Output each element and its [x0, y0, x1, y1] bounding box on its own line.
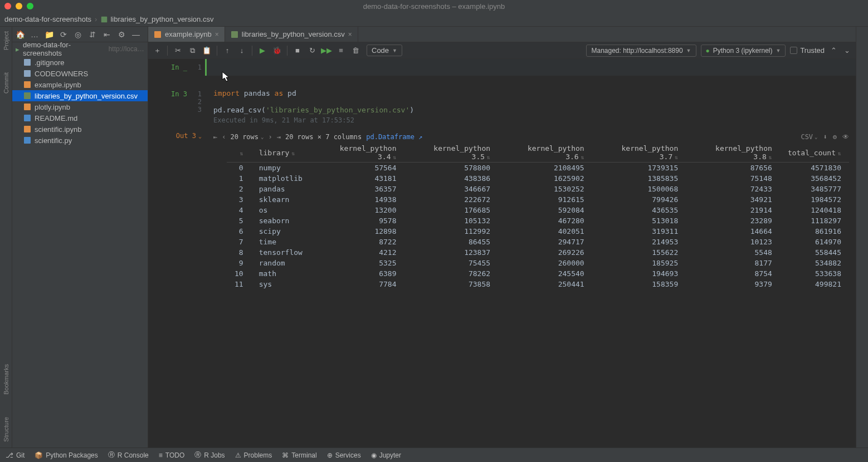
terminal-tool[interactable]: ⌘Terminal [282, 451, 316, 459]
file-tree-item[interactable]: scientific.py [12, 135, 148, 146]
table-row[interactable]: 7time87228645529471721495310123614970 [227, 237, 849, 247]
services-tool[interactable]: ⊕Services [327, 451, 361, 459]
run-icon[interactable]: ▶ [258, 46, 267, 55]
move-down-icon[interactable]: ↓ [237, 46, 246, 55]
cut-icon[interactable]: ✂ [173, 46, 182, 55]
rows-dropdown[interactable]: 20 rows ⌄ [230, 133, 264, 141]
git-tool[interactable]: ⎇Git [6, 451, 25, 459]
trusted-checkbox[interactable]: Trusted [790, 46, 825, 55]
table-row[interactable]: 9random5325754552600001859258177534882 [227, 258, 849, 268]
file-tree-item[interactable]: CODEOWNERS [12, 68, 148, 79]
code-cell-empty[interactable] [205, 59, 856, 76]
close-tab-icon[interactable]: × [215, 31, 219, 38]
move-up-icon[interactable]: ↑ [223, 46, 232, 55]
column-header[interactable]: kernel_python 3.8⇅ [686, 143, 780, 163]
minimize-icon[interactable]: — [131, 30, 140, 39]
project-tool[interactable]: Project [3, 31, 9, 50]
file-tree-item[interactable]: plotly.ipynb [12, 101, 148, 112]
expand-icon[interactable]: ⇵ [88, 30, 97, 39]
table-row[interactable]: 0numpy5756457880021084951739315876564571… [227, 163, 849, 174]
ellipsis-icon[interactable]: … [30, 30, 39, 39]
r-jobs-tool[interactable]: ⓇR Jobs [194, 450, 225, 460]
last-page-icon[interactable]: ⇥ [277, 133, 281, 141]
window-minimize[interactable] [16, 3, 22, 9]
breadcrumb-root[interactable]: demo-data-for-screenshots [4, 15, 91, 23]
todo-tool[interactable]: ≡TODO [159, 451, 184, 459]
column-header[interactable]: kernel_python 3.6⇅ [498, 143, 592, 163]
settings-icon[interactable]: ⚙ [833, 133, 837, 141]
editor-tab[interactable]: libraries_by_python_version.csv× [225, 27, 358, 42]
variables-icon[interactable]: ≡ [337, 46, 345, 55]
file-tree-item[interactable]: .gitignore [12, 57, 148, 68]
notebook-icon [154, 31, 162, 38]
column-header[interactable]: ⇅ [227, 143, 251, 163]
expand-up-icon[interactable]: ⌃ [829, 46, 838, 55]
branch-icon: ⎇ [6, 451, 13, 459]
kernel-dropdown[interactable]: ● Python 3 (ipykernel) ▼ [701, 45, 786, 57]
next-page-icon[interactable]: › [268, 133, 272, 141]
r-console-tool[interactable]: ⓇR Console [108, 450, 149, 460]
clear-icon[interactable]: 🗑 [351, 46, 360, 55]
expand-down-icon[interactable]: ⌄ [842, 46, 851, 55]
new-folder-icon[interactable]: 📁 [45, 30, 53, 39]
prev-page-icon[interactable]: ‹ [222, 133, 226, 141]
commit-tool[interactable]: Commit [3, 72, 9, 94]
cell-type-dropdown[interactable]: Code ▼ [367, 45, 402, 56]
table-row[interactable]: 3sklearn14938222672912615799426349211984… [227, 194, 849, 205]
table-row[interactable]: 2pandas363573466671530252150006872433348… [227, 184, 849, 194]
table-cell: tensorflow [251, 247, 310, 258]
table-row[interactable]: 11sys7784738582504411583599379499821 [227, 279, 849, 289]
paste-icon[interactable]: 📋 [202, 46, 211, 55]
window-close[interactable] [4, 3, 11, 9]
file-tree-item[interactable]: scientific.ipynb [12, 124, 148, 135]
table-row[interactable]: 1matplotlib43181438386162590213858357514… [227, 173, 849, 184]
table-row[interactable]: 4os13200176685592084436535219141240418 [227, 205, 849, 215]
column-header[interactable]: kernel_python 3.4⇅ [310, 143, 404, 163]
home-icon[interactable]: 🏠 [16, 30, 25, 39]
bookmarks-tool[interactable]: Bookmarks [3, 364, 9, 395]
column-header[interactable]: total_count⇅ [780, 143, 849, 163]
file-tree-item[interactable]: example.ipynb [12, 79, 148, 90]
python-packages-tool[interactable]: 📦Python Packages [35, 451, 97, 459]
close-tab-icon[interactable]: × [348, 31, 352, 38]
file-tree-item[interactable]: README.md [12, 112, 148, 124]
cell-out-label[interactable]: Out 3 ⌄ [176, 132, 202, 140]
gear-icon[interactable]: ⚙ [117, 30, 126, 39]
file-tree-item[interactable]: libraries_by_python_version.csv [12, 90, 148, 101]
restart-icon[interactable]: ↻ [308, 46, 316, 55]
table-row[interactable]: 6scipy1289811299240205131931114664861916 [227, 226, 849, 237]
download-icon[interactable]: ⬇ [823, 133, 827, 141]
file-name-label: README.md [35, 114, 77, 122]
r-icon: Ⓡ [194, 450, 201, 460]
table-cell: 499821 [780, 279, 849, 289]
server-dropdown[interactable]: Managed: http://localhost:8890 ▼ [586, 45, 696, 57]
add-cell-icon[interactable]: ＋ [153, 46, 162, 55]
editor-tab[interactable]: example.ipynb× [148, 27, 225, 42]
debug-icon[interactable]: 🐞 [272, 46, 281, 55]
services-icon: ⊕ [327, 451, 333, 459]
table-cell: 72433 [686, 184, 780, 194]
copy-icon[interactable]: ⧉ [188, 46, 197, 55]
code-cell[interactable]: import pandas as pd pd.read_csv('librari… [205, 86, 856, 127]
view-icon[interactable]: 👁 [842, 133, 849, 141]
table-row[interactable]: 8tensorflow42121238372692261556225548558… [227, 247, 849, 258]
table-row[interactable]: 5seaborn95781051324672805130182328911182… [227, 215, 849, 226]
csv-export-dropdown[interactable]: CSV⌄ [801, 133, 817, 141]
target-icon[interactable]: ◎ [74, 30, 82, 39]
first-page-icon[interactable]: ⇤ [213, 133, 217, 141]
sidebar-root[interactable]: demo-data-for-screenshots [23, 41, 105, 57]
table-row[interactable]: 10math6389782622455401946938754533638 [227, 268, 849, 279]
dataframe-link[interactable]: pd.Dataframe ↗ [366, 133, 422, 141]
window-maximize[interactable] [27, 3, 33, 9]
breadcrumb-file[interactable]: libraries_by_python_version.csv [100, 15, 213, 23]
run-all-icon[interactable]: ▶▶ [322, 46, 331, 55]
problems-tool[interactable]: ⚠Problems [235, 451, 272, 459]
column-header[interactable]: library⇅ [251, 143, 310, 163]
column-header[interactable]: kernel_python 3.5⇅ [404, 143, 499, 163]
structure-tool[interactable]: Structure [3, 417, 9, 442]
column-header[interactable]: kernel_python 3.7⇅ [592, 143, 686, 163]
stop-icon[interactable]: ■ [293, 46, 302, 55]
jupyter-tool[interactable]: ◉Jupyter [371, 451, 401, 459]
refresh-icon[interactable]: ⟳ [59, 30, 68, 39]
collapse-icon[interactable]: ⇤ [103, 30, 111, 39]
